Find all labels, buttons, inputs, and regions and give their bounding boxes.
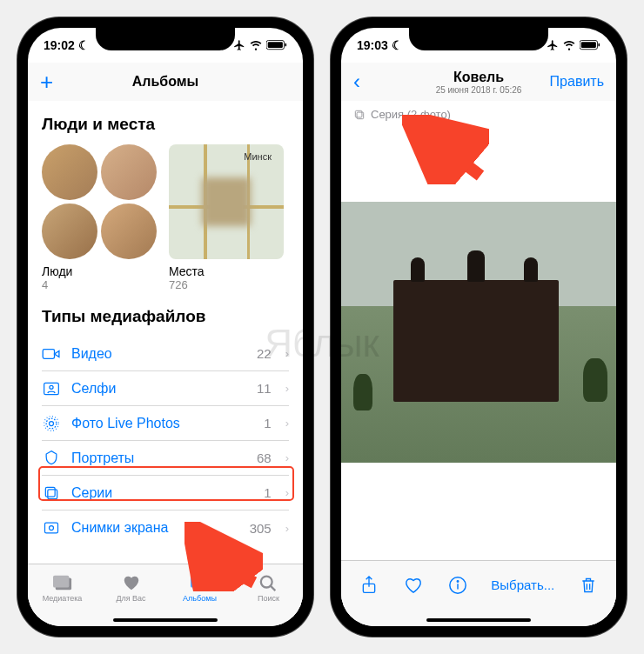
media-count: 305	[250, 521, 272, 536]
photo-content	[393, 280, 559, 402]
selfie-icon	[42, 379, 61, 398]
svg-rect-10	[45, 487, 55, 497]
foryou-icon	[120, 573, 143, 592]
svg-rect-1	[268, 42, 283, 48]
nav-subtitle: 25 июня 2018 г. 05:26	[436, 85, 522, 95]
bottom-toolbar: Выбрать...	[341, 560, 616, 626]
library-icon	[51, 573, 74, 592]
moon-icon: ☾	[392, 38, 403, 52]
section-media-title: Типы медиафайлов	[42, 307, 289, 326]
photo-viewer[interactable]	[341, 202, 616, 463]
burst-label: Серия (2 фото)	[341, 101, 616, 128]
chevron-right-icon: ›	[285, 451, 289, 464]
svg-point-6	[50, 421, 54, 425]
delete-button[interactable]	[578, 575, 599, 596]
tab-library[interactable]: Медиатека	[28, 564, 97, 611]
airplane-icon	[233, 39, 245, 51]
svg-point-28	[457, 580, 458, 581]
places-count: 726	[169, 278, 284, 291]
phone-right: 19:03 ☾ ‹ Ковель 25 июня 2018 г. 05:26 П…	[331, 17, 627, 637]
battery-icon	[266, 40, 287, 50]
phone-left: 19:02 ☾ + Альбомы Люди и места	[17, 17, 313, 637]
wifi-icon	[562, 39, 576, 51]
places-label: Места	[169, 264, 284, 278]
home-indicator	[426, 618, 531, 622]
media-row-video[interactable]: Видео 22 ›	[42, 337, 289, 371]
nav-title: Ковель 25 июня 2018 г. 05:26	[436, 70, 522, 95]
tab-bar: Медиатека Для Вас Альбомы Поиск	[28, 564, 303, 626]
people-count: 4	[42, 278, 157, 291]
chevron-right-icon: ›	[285, 522, 289, 535]
tab-label: Альбомы	[183, 594, 217, 603]
media-label: Видео	[71, 346, 246, 362]
scroll-area[interactable]: Люди и места Люди 4	[28, 101, 303, 564]
people-album[interactable]: Люди 4	[42, 144, 157, 291]
media-row-live[interactable]: Фото Live Photos 1 ›	[42, 406, 289, 441]
media-label: Снимки экрана	[71, 520, 239, 536]
chevron-right-icon: ›	[285, 417, 289, 430]
media-row-selfie[interactable]: Селфи 11 ›	[42, 371, 289, 406]
video-icon	[42, 344, 61, 364]
tab-foryou[interactable]: Для Вас	[97, 564, 165, 611]
airplane-icon	[547, 39, 559, 51]
tab-label: Для Вас	[116, 594, 145, 603]
tab-label: Медиатека	[43, 594, 83, 603]
svg-rect-23	[357, 112, 364, 119]
svg-rect-21	[581, 42, 596, 48]
svg-point-5	[50, 385, 53, 389]
svg-rect-16	[191, 575, 206, 587]
people-label: Люди	[42, 264, 157, 278]
wifi-icon	[249, 39, 263, 51]
places-album[interactable]: Минск Места 726	[169, 144, 284, 291]
media-label: Фото Live Photos	[71, 416, 253, 431]
media-count: 22	[257, 346, 272, 361]
portrait-icon	[42, 449, 61, 468]
tab-label: Поиск	[258, 594, 279, 603]
svg-rect-11	[45, 523, 58, 533]
svg-rect-2	[285, 43, 286, 46]
add-button[interactable]: +	[40, 69, 53, 96]
edit-button[interactable]: Править	[550, 74, 604, 90]
media-label: Портреты	[71, 450, 246, 466]
nav-bar: + Альбомы	[28, 63, 303, 101]
media-row-screenshot[interactable]: Снимки экрана 305 ›	[42, 511, 289, 545]
albums-icon	[189, 573, 211, 592]
media-label: Серии	[71, 485, 253, 501]
tab-albums[interactable]: Альбомы	[165, 564, 234, 611]
media-row-burst[interactable]: Серии 1 ›	[42, 476, 289, 511]
select-button[interactable]: Выбрать...	[491, 577, 554, 592]
svg-rect-14	[53, 575, 69, 587]
home-indicator	[113, 618, 218, 622]
notch	[96, 28, 235, 50]
burst-icon	[42, 484, 61, 503]
svg-rect-24	[355, 110, 362, 117]
media-count: 68	[257, 450, 272, 465]
face-icon	[42, 144, 97, 200]
map-city-label: Минск	[244, 151, 272, 162]
media-row-portrait[interactable]: Портреты 68 ›	[42, 441, 289, 476]
media-label: Селфи	[71, 381, 246, 397]
favorite-button[interactable]	[403, 575, 424, 596]
back-button[interactable]: ‹	[353, 70, 360, 94]
burst-icon	[353, 109, 366, 121]
chevron-right-icon: ›	[285, 382, 289, 395]
svg-point-12	[50, 526, 54, 531]
share-button[interactable]	[359, 575, 379, 596]
nav-bar: ‹ Ковель 25 июня 2018 г. 05:26 Править	[341, 63, 616, 101]
face-icon	[101, 144, 157, 200]
search-icon	[258, 573, 280, 592]
face-icon	[42, 204, 97, 259]
section-people-title: Люди и места	[42, 115, 289, 134]
tab-search[interactable]: Поиск	[234, 564, 303, 611]
svg-rect-22	[598, 43, 600, 46]
media-count: 1	[264, 485, 271, 500]
status-time: 19:03	[357, 38, 388, 52]
face-icon	[101, 204, 157, 259]
info-button[interactable]	[447, 575, 468, 596]
media-count: 1	[264, 416, 271, 430]
svg-rect-9	[48, 489, 57, 498]
svg-line-18	[270, 585, 275, 591]
notch	[409, 28, 548, 50]
chevron-right-icon: ›	[285, 347, 289, 360]
live-photos-icon	[42, 414, 61, 433]
